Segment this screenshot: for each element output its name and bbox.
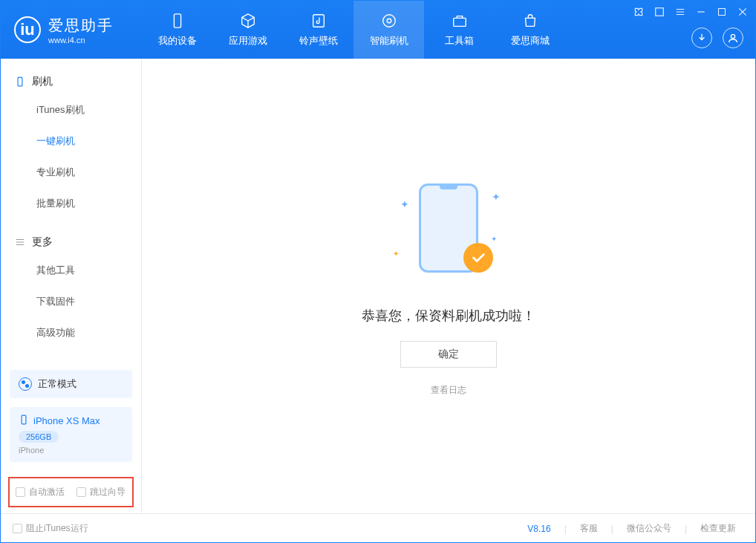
close-icon[interactable] [736,5,749,19]
app-title: 爱思助手 [48,16,114,36]
user-button[interactable] [723,27,743,48]
device-icon [169,12,186,30]
nav-ringtones[interactable]: 铃声壁纸 [283,1,353,59]
sidebar: 刷机 iTunes刷机 一键刷机 专业刷机 批量刷机 更多 其他工具 下载固件 … [1,59,142,513]
device-card[interactable]: iPhone XS Max 256GB iPhone [10,407,132,462]
checkbox-icon [76,487,86,497]
block-itunes-checkbox[interactable]: 阻止iTunes运行 [13,522,88,535]
minimize-icon[interactable] [694,5,708,19]
ok-button[interactable]: 确定 [400,341,497,368]
svg-rect-9 [22,415,26,424]
sparkle-icon: ✦ [393,250,399,258]
list-icon[interactable] [674,5,687,19]
svg-rect-1 [313,15,324,27]
app-subtitle: www.i4.cn [48,36,114,45]
sidebar-section-more: 更多 [1,230,141,255]
device-phone-icon [19,414,29,427]
main-content: ✦ ✦ ✦ ✦ 恭喜您，保资料刷机成功啦！ 确定 查看日志 [142,59,755,513]
window-controls [632,5,749,19]
sparkle-icon: ✦ [492,191,501,203]
mode-card[interactable]: 正常模式 [10,370,132,398]
main-nav: 我的设备 应用游戏 铃声壁纸 智能刷机 工具箱 爱思商城 [142,1,565,59]
logo-area: iu 爱思助手 www.i4.cn [1,16,142,45]
svg-point-2 [382,15,395,27]
auto-activate-checkbox[interactable]: 自动激活 [16,486,65,498]
mode-icon [19,377,32,391]
nav-smart-flash[interactable]: 智能刷机 [353,1,424,59]
sidebar-item-advanced[interactable]: 高级功能 [1,317,141,348]
checkmark-icon [463,243,493,273]
phone-icon [14,76,26,88]
skip-wizard-checkbox[interactable]: 跳过向导 [76,486,126,498]
svg-rect-6 [719,9,726,16]
svg-rect-4 [453,18,466,26]
success-message: 恭喜您，保资料刷机成功啦！ [362,307,535,325]
sidebar-item-oneclick-flash[interactable]: 一键刷机 [1,126,141,157]
checkbox-icon [13,524,22,533]
nav-my-device[interactable]: 我的设备 [142,1,212,59]
success-illustration: ✦ ✦ ✦ ✦ [397,176,501,280]
svg-rect-8 [18,77,22,86]
version-label: V8.16 [520,524,558,534]
sparkle-icon: ✦ [400,198,409,210]
sidebar-section-flash: 刷机 [1,69,141,94]
music-icon [310,12,328,30]
footer-link-support[interactable]: 客服 [573,522,605,535]
device-storage-badge: 256GB [19,431,59,443]
list-icon [14,236,26,248]
nav-apps-games[interactable]: 应用游戏 [212,1,283,59]
svg-rect-5 [656,8,664,16]
sparkle-icon: ✦ [491,235,497,243]
skin-icon[interactable] [632,5,645,19]
maximize-icon[interactable] [715,5,729,19]
sidebar-item-pro-flash[interactable]: 专业刷机 [1,157,141,188]
logo-icon: iu [14,16,41,43]
bag-icon [521,12,539,30]
svg-point-3 [387,19,391,23]
footer-link-update[interactable]: 检查更新 [693,522,743,535]
checkbox-icon [16,487,25,497]
svg-rect-0 [174,14,180,27]
device-type-label: iPhone [19,446,123,455]
mode-label: 正常模式 [38,377,76,391]
device-name-label: iPhone XS Max [33,415,100,426]
highlighted-options: 自动激活 跳过向导 [8,477,134,507]
sidebar-item-download-firmware[interactable]: 下载固件 [1,286,141,317]
nav-store[interactable]: 爱思商城 [495,1,565,59]
view-log-link[interactable]: 查看日志 [431,384,466,397]
sidebar-item-other-tools[interactable]: 其他工具 [1,255,141,286]
sidebar-item-itunes-flash[interactable]: iTunes刷机 [1,94,141,126]
gear-icon [380,12,398,30]
sidebar-item-batch-flash[interactable]: 批量刷机 [1,188,141,219]
nav-toolbox[interactable]: 工具箱 [424,1,495,59]
cube-icon [239,12,257,30]
header: iu 爱思助手 www.i4.cn 我的设备 应用游戏 铃声壁纸 智能刷机 工具… [1,1,755,59]
footer: 阻止iTunes运行 V8.16 | 客服 | 微信公众号 | 检查更新 [1,513,755,543]
download-button[interactable] [691,27,712,48]
toolbox-icon [451,12,469,30]
svg-point-7 [731,34,734,38]
footer-link-wechat[interactable]: 微信公众号 [619,522,679,535]
menu-icon[interactable] [653,5,666,19]
